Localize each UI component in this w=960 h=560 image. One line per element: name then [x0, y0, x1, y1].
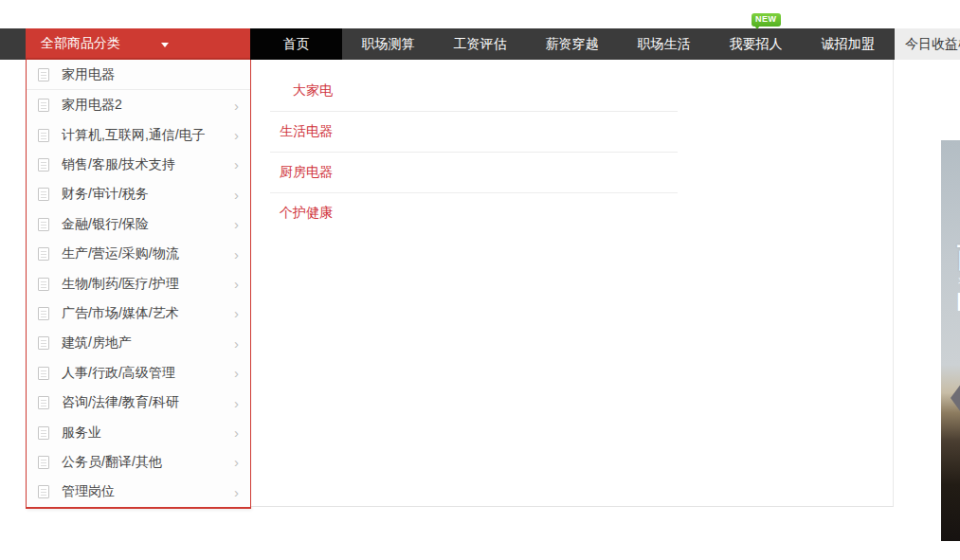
- chevron-right-icon: ›: [234, 277, 239, 291]
- all-categories-button[interactable]: 全部商品分类: [26, 28, 250, 60]
- new-badge: NEW: [752, 13, 781, 27]
- sidebar-item-label: 生产/营运/采购/物流: [62, 245, 228, 262]
- all-categories-label: 全部商品分类: [41, 35, 120, 52]
- sidebar-item-label: 家用电器: [62, 66, 239, 83]
- section-title-link[interactable]: 生活电器: [270, 120, 333, 142]
- document-icon: [38, 367, 49, 380]
- chevron-right-icon: ›: [234, 99, 239, 113]
- sidebar-item-label: 公务员/翻译/其他: [62, 454, 228, 471]
- document-icon: [38, 278, 49, 291]
- sidebar-item-label: 服务业: [62, 425, 228, 442]
- document-icon: [38, 426, 49, 440]
- sidebar-item[interactable]: 金融/银行/保险 ›: [27, 209, 250, 239]
- document-icon: [38, 485, 49, 498]
- chevron-right-icon: ›: [234, 336, 239, 351]
- sidebar-item-label: 家用电器2: [62, 97, 228, 114]
- section-title-link[interactable]: 大家电: [270, 80, 333, 101]
- sidebar-item[interactable]: 财务/审计/税务 ›: [27, 180, 250, 209]
- ad-banner[interactable]: 面视网 求职从未如此简单 HR11.COM 跳 了解我们: [941, 140, 960, 541]
- nav-item[interactable]: 薪资穿越: [526, 28, 618, 60]
- section-title-link[interactable]: 厨房电器: [270, 161, 333, 183]
- document-icon: [38, 247, 49, 261]
- banner-domain-text: HR11.COM: [956, 287, 960, 317]
- sidebar-item[interactable]: 生产/营运/采购/物流 ›: [27, 239, 250, 268]
- chevron-down-icon: [161, 43, 169, 47]
- document-icon: [38, 218, 49, 231]
- nav-item[interactable]: 诚招加盟: [802, 28, 894, 60]
- chevron-right-icon: ›: [234, 157, 239, 172]
- chevron-right-icon: ›: [234, 485, 239, 499]
- sidebar-item[interactable]: 广告/市场/媒体/艺术 ›: [27, 298, 250, 328]
- job-category-section: 个护健康: [270, 192, 678, 233]
- chevron-right-icon: ›: [234, 247, 239, 262]
- job-category-sections: 大家电 生活电器: [270, 71, 678, 233]
- sidebar-item-label: 管理岗位: [62, 483, 228, 500]
- nav-item-label: 职场测算: [362, 36, 415, 51]
- chevron-right-icon: ›: [234, 425, 239, 440]
- document-icon: [38, 68, 49, 81]
- today-earnings-tab[interactable]: 今日收益榜: [895, 28, 960, 60]
- nav-item[interactable]: 工资评估: [434, 28, 526, 60]
- sidebar-item-label: 广告/市场/媒体/艺术: [62, 305, 228, 322]
- section-title-link[interactable]: 个护健康: [270, 202, 333, 224]
- sidebar-item-label: 计算机,互联网,通信/电子: [62, 127, 228, 144]
- document-icon: [38, 99, 49, 112]
- document-icon: [38, 158, 49, 172]
- job-category-section: 厨房电器: [270, 152, 678, 192]
- sidebar-item-label: 建筑/房地产: [62, 334, 228, 352]
- nav-item-label: 工资评估: [454, 36, 507, 51]
- banner-jump-character: 跳: [941, 322, 960, 454]
- chevron-right-icon: ›: [234, 128, 239, 142]
- chevron-right-icon: ›: [234, 455, 239, 469]
- chevron-right-icon: ›: [234, 306, 239, 320]
- nav-item[interactable]: 职场生活: [618, 28, 710, 60]
- job-category-section: 大家电: [270, 71, 678, 111]
- sidebar-item-label: 咨询/法律/教育/科研: [62, 394, 228, 411]
- nav-item-label: 薪资穿越: [546, 36, 599, 51]
- sidebar-item[interactable]: 服务业 ›: [27, 418, 250, 447]
- nav-item[interactable]: 首页: [250, 28, 342, 60]
- main-nav: 首页 职场测算 工资评估 薪资穿越: [250, 28, 894, 60]
- document-icon: [38, 456, 49, 469]
- sidebar-item[interactable]: 公务员/翻译/其他 ›: [27, 447, 250, 477]
- nav-item-label: 我要招人: [730, 36, 783, 51]
- nav-item-label: 首页: [283, 36, 310, 51]
- document-icon: [38, 188, 49, 201]
- sidebar-item[interactable]: 销售/客服/技术支持 ›: [27, 150, 250, 179]
- top-nav-bar: 全部商品分类 首页 职场测算 工资评估: [0, 28, 895, 60]
- nav-item[interactable]: 职场测算: [342, 28, 434, 60]
- sidebar-item[interactable]: 生物/制药/医疗/护理 ›: [27, 269, 250, 298]
- sidebar-item[interactable]: 计算机,互联网,通信/电子 ›: [27, 120, 250, 150]
- sidebar-item[interactable]: 咨询/法律/教育/科研 ›: [27, 388, 250, 417]
- nav-item[interactable]: 我要招人 NEW: [710, 28, 802, 60]
- document-icon: [38, 336, 49, 350]
- sidebar-item[interactable]: 管理岗位 ›: [27, 478, 250, 507]
- sidebar-item-label: 金融/银行/保险: [62, 216, 228, 233]
- document-icon: [38, 129, 49, 142]
- document-icon: [38, 307, 49, 320]
- sidebar-item-label: 销售/客服/技术支持: [62, 156, 228, 173]
- sidebar-item[interactable]: 建筑/房地产 ›: [27, 329, 250, 358]
- sidebar-item-label: 财务/审计/税务: [62, 186, 228, 203]
- sidebar-item[interactable]: 家用电器: [27, 60, 250, 90]
- sidebar-item[interactable]: 家用电器2 ›: [27, 90, 250, 119]
- job-category-section: 生活电器: [270, 111, 678, 152]
- sidebar-item-label: 生物/制药/医疗/护理: [62, 276, 228, 293]
- chevron-right-icon: ›: [234, 366, 239, 380]
- category-sidebar: 家用电器 家用电器2 › 计算机,互联网,通信/电子 › 销售/客服/技术支持 …: [26, 60, 251, 509]
- page: 全部商品分类 首页 职场测算 工资评估: [0, 0, 960, 560]
- sidebar-item-label: 人事/行政/高级管理: [62, 365, 228, 382]
- sidebar-item[interactable]: 人事/行政/高级管理 ›: [27, 358, 250, 388]
- chevron-right-icon: ›: [234, 396, 239, 410]
- nav-item-label: 诚招加盟: [822, 36, 875, 51]
- main-content-panel: 大家电 生活电器: [251, 60, 894, 507]
- chevron-right-icon: ›: [234, 188, 239, 202]
- chevron-right-icon: ›: [234, 217, 239, 231]
- document-icon: [38, 396, 49, 409]
- nav-item-label: 职场生活: [638, 36, 691, 51]
